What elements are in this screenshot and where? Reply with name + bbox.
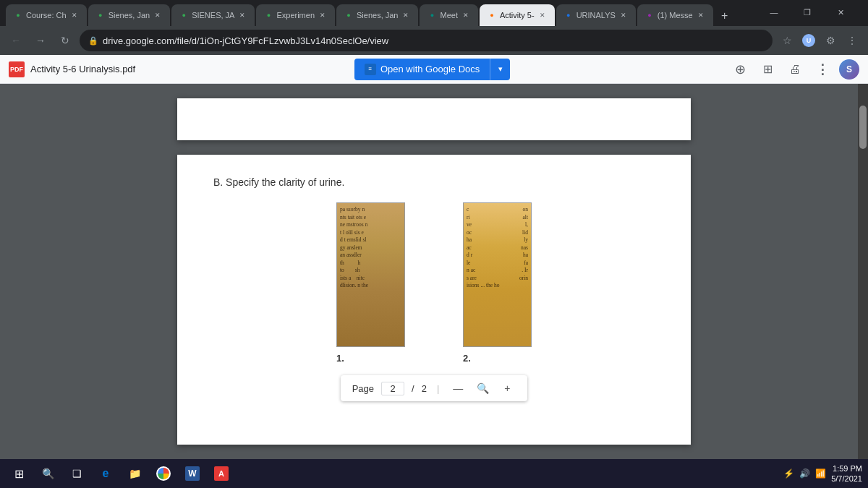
window-controls: — ❐ ✕ xyxy=(758,1,862,26)
restore-button[interactable]: ❐ xyxy=(791,1,823,23)
zoom-out-button[interactable]: — xyxy=(449,380,467,397)
tab-messages[interactable]: ● (1) Messe ✕ xyxy=(637,4,713,26)
chrome-icon xyxy=(156,466,171,481)
pdf-filename: Activity 5-6 Urinalysis.pdf xyxy=(30,64,135,74)
scrollbar-thumb xyxy=(859,106,867,149)
close-button[interactable]: ✕ xyxy=(825,1,856,23)
browser-menu-button[interactable]: ⋮ xyxy=(842,30,862,51)
task-view-button[interactable]: ❑ xyxy=(64,461,90,487)
word-taskbar-button[interactable]: W xyxy=(179,461,205,487)
pdf-content-area[interactable]: B. Specify the clarity of urine. pa ssor… xyxy=(0,84,868,459)
print-button[interactable]: 🖨 xyxy=(784,59,806,80)
word-icon: W xyxy=(185,466,200,481)
edge-icon: e xyxy=(103,467,109,480)
tab-sienes3[interactable]: ● Sienes, Jan ✕ xyxy=(336,4,418,26)
tab-close-sienes3[interactable]: ✕ xyxy=(401,10,411,20)
system-tray: ⚡ 🔊 📶 xyxy=(782,467,827,480)
nav-bar: ← → ↻ 🔒 drive.google.com/file/d/1iOn-jCt… xyxy=(0,26,868,55)
system-clock[interactable]: 1:59 PM 5/7/2021 xyxy=(831,463,862,484)
task-view-icon: ❑ xyxy=(72,468,82,479)
refresh-button[interactable]: ↻ xyxy=(55,30,75,51)
pdf-page-main: B. Specify the clarity of urine. pa ssor… xyxy=(177,155,691,445)
zoom-in-button[interactable]: + xyxy=(498,380,516,397)
tab-close-messages[interactable]: ✕ xyxy=(696,10,706,20)
pop-out-button[interactable]: ⊞ xyxy=(757,59,778,80)
question-text: B. Specify the clarity of urine. xyxy=(213,176,655,188)
tab-close-course[interactable]: ✕ xyxy=(69,10,80,20)
acrobat-taskbar-button[interactable]: A xyxy=(208,461,234,487)
tab-close-experimen[interactable]: ✕ xyxy=(318,10,328,20)
tab-course[interactable]: ● Course: Ch ✕ xyxy=(6,4,87,26)
tab-urinalysis[interactable]: ● URINALYS ✕ xyxy=(556,4,636,26)
urine-image-2-container: con rialt vel, oclid haly acnas d rha le… xyxy=(463,202,532,364)
pdf-title-area: PDF Activity 5-6 Urinalysis.pdf xyxy=(9,61,135,77)
search-taskbar-icon: 🔍 xyxy=(42,468,54,479)
bookmark-button[interactable]: ☆ xyxy=(777,30,797,51)
total-pages-text: 2 xyxy=(422,383,427,394)
nav-actions: ☆ U ⚙ ⋮ xyxy=(777,30,862,51)
urine-text-overlay-1: pa ssorby n nts tait ots e ne mstroos n … xyxy=(337,203,404,346)
tab-experimen[interactable]: ● Experimen ✕ xyxy=(256,4,335,26)
open-with-google-docs-button[interactable]: ≡ Open with Google Docs xyxy=(354,59,490,80)
urine-text-overlay-2: con rialt vel, oclid haly acnas d rha le… xyxy=(464,203,531,346)
user-avatar[interactable]: S xyxy=(839,59,859,80)
taskbar-right: ⚡ 🔊 📶 1:59 PM 5/7/2021 xyxy=(782,463,862,484)
urine-image-1-container: pa ssorby n nts tait ots e ne mstroos n … xyxy=(336,202,405,364)
page-label-text: Page xyxy=(352,383,374,394)
clock-time: 1:59 PM xyxy=(831,463,862,474)
file-explorer-button[interactable]: 📁 xyxy=(122,461,148,487)
image-1-label: 1. xyxy=(336,353,344,364)
browser-chrome: ● Course: Ch ✕ ● Sienes, Jan ✕ ● SIENES,… xyxy=(0,0,868,55)
urine-images-row: pa ssorby n nts tait ots e ne mstroos n … xyxy=(213,202,655,364)
pdf-file-icon: PDF xyxy=(9,61,25,77)
tab-close-urinalysis[interactable]: ✕ xyxy=(618,10,629,20)
back-button[interactable]: ← xyxy=(6,30,26,51)
tab-favicon-sienes3: ● xyxy=(344,10,354,20)
tab-sienes2[interactable]: ● SIENES, JA ✕ xyxy=(171,4,255,26)
volume-icon[interactable]: 🔊 xyxy=(798,467,811,480)
minimize-button[interactable]: — xyxy=(758,1,790,23)
open-with-dropdown-button[interactable]: ▾ xyxy=(490,59,510,80)
tab-favicon-sienes1: ● xyxy=(95,10,106,20)
profile-button[interactable]: U xyxy=(799,30,819,51)
dropdown-arrow-icon: ▾ xyxy=(498,64,503,74)
extensions-button[interactable]: ⚙ xyxy=(820,30,841,51)
new-tab-button[interactable]: + xyxy=(715,6,735,26)
tab-close-meet[interactable]: ✕ xyxy=(461,10,471,20)
add-shortcut-button[interactable]: ⊕ xyxy=(729,59,751,80)
forward-button[interactable]: → xyxy=(30,30,51,51)
zoom-fit-button[interactable]: 🔍 xyxy=(474,380,491,397)
edge-taskbar-button[interactable]: e xyxy=(93,461,119,487)
image-2-label: 2. xyxy=(463,353,471,364)
urine-image-2: con rialt vel, oclid haly acnas d rha le… xyxy=(463,202,532,347)
pdf-pages-container: B. Specify the clarity of urine. pa ssor… xyxy=(177,98,691,445)
address-bar[interactable]: 🔒 drive.google.com/file/d/1iOn-jCtGY9FcF… xyxy=(80,30,773,51)
tab-favicon-messages: ● xyxy=(644,10,655,20)
tab-close-activity5[interactable]: ✕ xyxy=(537,10,548,20)
page-separator: / xyxy=(412,383,414,394)
tab-meet[interactable]: ● Meet ✕ xyxy=(420,4,477,26)
tab-favicon-sienes2: ● xyxy=(179,10,189,20)
current-page-input[interactable] xyxy=(381,382,404,395)
tab-favicon-experimen: ● xyxy=(263,10,273,20)
battery-icon: ⚡ xyxy=(782,467,795,480)
pdf-toolbar: PDF Activity 5-6 Urinalysis.pdf ≡ Open w… xyxy=(0,55,868,84)
network-icon: 📶 xyxy=(814,467,827,480)
tab-close-sienes2[interactable]: ✕ xyxy=(237,10,247,20)
tab-activity5[interactable]: ● Activity 5- ✕ xyxy=(480,4,555,26)
start-icon: ⊞ xyxy=(14,467,24,481)
tab-close-sienes1[interactable]: ✕ xyxy=(153,10,163,20)
page-divider: | xyxy=(437,383,439,394)
search-taskbar-button[interactable]: 🔍 xyxy=(35,461,61,487)
toolbar-right: ⊕ ⊞ 🖨 ⋮ S xyxy=(729,59,859,80)
profile-avatar-icon: U xyxy=(802,34,815,47)
acrobat-icon: A xyxy=(214,466,229,481)
pdf-scrollbar[interactable] xyxy=(858,84,868,459)
more-options-button[interactable]: ⋮ xyxy=(812,59,833,80)
tab-favicon-meet: ● xyxy=(427,10,437,20)
chrome-taskbar-button[interactable] xyxy=(150,461,176,487)
start-button[interactable]: ⊞ xyxy=(6,461,32,487)
tab-sienes1[interactable]: ● Sienes, Jan ✕ xyxy=(88,4,170,26)
google-docs-icon: ≡ xyxy=(365,64,376,75)
taskbar-left: ⊞ 🔍 ❑ e 📁 W A xyxy=(6,461,234,487)
